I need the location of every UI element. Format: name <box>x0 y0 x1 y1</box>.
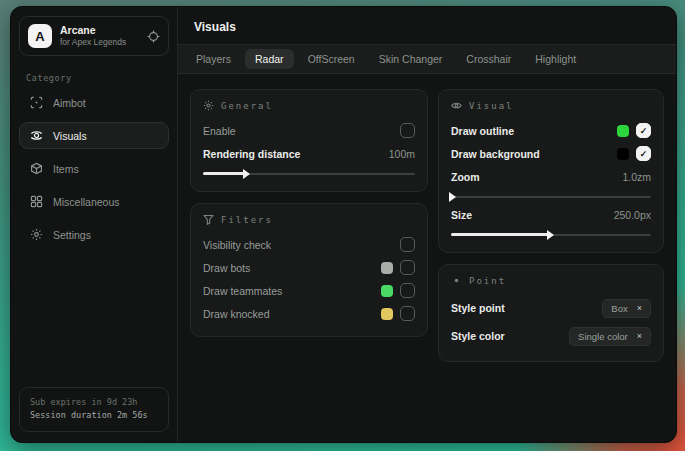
tab-skin-changer[interactable]: Skin Changer <box>369 49 453 69</box>
size-label: Size <box>451 209 472 221</box>
sub-expires-text: Sub expires in 9d 23h <box>30 396 158 410</box>
draw-knocked-row: Draw knocked <box>203 303 415 324</box>
draw-teammates-row: Draw teammates <box>203 280 415 301</box>
sidebar-item-items[interactable]: Items <box>19 155 169 182</box>
rendering-distance-value: 100m <box>389 148 415 160</box>
size-slider[interactable] <box>451 229 651 240</box>
sidebar-item-miscellaneous[interactable]: Miscellaneous <box>19 188 169 215</box>
app-header-card: A Arcane for Apex Legends <box>19 16 169 56</box>
draw-outline-checkbox[interactable] <box>636 123 651 138</box>
draw-bots-row: Draw bots <box>203 257 415 278</box>
sidebar-nav: Aimbot Visuals Items <box>19 89 169 248</box>
draw-knocked-checkbox[interactable] <box>400 306 415 321</box>
slider-thumb[interactable] <box>243 169 250 179</box>
tab-players[interactable]: Players <box>186 49 241 69</box>
panel-title: General <box>221 101 273 111</box>
slider-fill <box>203 172 245 175</box>
draw-outline-label: Draw outline <box>451 125 514 137</box>
app-window: A Arcane for Apex Legends Category <box>10 6 677 443</box>
eye-scan-icon <box>30 129 43 142</box>
visibility-check-checkbox[interactable] <box>400 237 415 252</box>
draw-teammates-checkbox[interactable] <box>400 283 415 298</box>
gear-icon <box>30 228 43 241</box>
draw-teammates-label: Draw teammates <box>203 285 282 297</box>
general-panel: General Enable Rendering distance 100m <box>190 89 428 192</box>
eye-icon <box>451 100 462 111</box>
main-area: Visuals Players Radar OffScreen Skin Cha… <box>178 7 677 442</box>
app-titles: Arcane for Apex Legends <box>60 24 139 48</box>
crosshair-icon <box>30 96 43 109</box>
style-color-value: Single color <box>578 331 628 342</box>
remove-icon[interactable]: × <box>637 331 642 341</box>
draw-background-checkbox[interactable] <box>636 146 651 161</box>
draw-teammates-color-swatch[interactable] <box>381 285 393 297</box>
style-color-row: Style color Single color × <box>451 323 651 349</box>
remove-icon[interactable]: × <box>637 303 642 313</box>
slider-track <box>451 196 651 198</box>
tab-crosshair[interactable]: Crosshair <box>456 49 521 69</box>
enable-checkbox[interactable] <box>400 123 415 138</box>
dot-icon <box>451 275 462 286</box>
draw-outline-row: Draw outline <box>451 120 651 141</box>
draw-background-color-swatch[interactable] <box>617 148 629 160</box>
sidebar: A Arcane for Apex Legends Category <box>11 7 178 442</box>
filters-panel-header: Filters <box>203 214 415 225</box>
zoom-value: 1.0zm <box>622 171 651 183</box>
right-column: Visual Draw outline Draw background <box>438 89 664 362</box>
draw-outline-color-swatch[interactable] <box>617 125 629 137</box>
category-label: Category <box>26 73 162 83</box>
rendering-distance-slider[interactable] <box>203 168 415 179</box>
draw-bots-checkbox[interactable] <box>400 260 415 275</box>
visibility-check-label: Visibility check <box>203 239 271 251</box>
draw-knocked-color-swatch[interactable] <box>381 308 393 320</box>
size-row: Size 250.0px <box>451 204 651 225</box>
slider-thumb[interactable] <box>547 230 554 240</box>
size-value: 250.0px <box>614 209 651 221</box>
sidebar-item-settings[interactable]: Settings <box>19 221 169 248</box>
session-duration-text: Session duration 2m 56s <box>30 409 158 423</box>
panel-title: Filters <box>221 215 273 225</box>
style-point-value: Box <box>611 303 627 314</box>
box-icon <box>30 162 43 175</box>
sidebar-item-visuals[interactable]: Visuals <box>19 122 169 149</box>
draw-background-row: Draw background <box>451 143 651 164</box>
style-point-row: Style point Box × <box>451 295 651 321</box>
gear-icon <box>203 100 214 111</box>
sidebar-item-label: Visuals <box>53 130 87 142</box>
zoom-slider[interactable] <box>451 191 651 202</box>
grid-icon <box>30 195 43 208</box>
sidebar-item-aimbot[interactable]: Aimbot <box>19 89 169 116</box>
sidebar-item-label: Miscellaneous <box>53 196 120 208</box>
tab-offscreen[interactable]: OffScreen <box>298 49 365 69</box>
session-info-card: Sub expires in 9d 23h Session duration 2… <box>19 387 169 432</box>
slider-thumb[interactable] <box>449 192 456 202</box>
app-logo: A <box>28 24 52 48</box>
visual-panel: Visual Draw outline Draw background <box>438 89 664 253</box>
app-subtitle: for Apex Legends <box>60 37 139 48</box>
page-title: Visuals <box>178 7 677 44</box>
target-icon[interactable] <box>147 30 160 43</box>
enable-label: Enable <box>203 125 236 137</box>
draw-bots-label: Draw bots <box>203 262 250 274</box>
enable-row: Enable <box>203 120 415 141</box>
rendering-distance-label: Rendering distance <box>203 148 300 160</box>
slider-fill <box>451 233 549 236</box>
content-area: General Enable Rendering distance 100m <box>178 74 677 362</box>
style-point-label: Style point <box>451 302 505 314</box>
style-point-select[interactable]: Box × <box>602 299 651 318</box>
point-panel: Point Style point Box × Style color Sing… <box>438 264 664 362</box>
draw-knocked-label: Draw knocked <box>203 308 270 320</box>
draw-bots-color-swatch[interactable] <box>381 262 393 274</box>
tab-highlight[interactable]: Highlight <box>525 49 586 69</box>
left-column: General Enable Rendering distance 100m <box>190 89 428 337</box>
rendering-distance-row: Rendering distance 100m <box>203 143 415 164</box>
sidebar-item-label: Settings <box>53 229 91 241</box>
tab-radar[interactable]: Radar <box>245 49 294 69</box>
sidebar-item-label: Aimbot <box>53 97 86 109</box>
general-panel-header: General <box>203 100 415 111</box>
point-panel-header: Point <box>451 275 651 286</box>
zoom-label: Zoom <box>451 171 480 183</box>
panel-title: Visual <box>469 101 514 111</box>
style-color-select[interactable]: Single color × <box>569 327 651 346</box>
panel-title: Point <box>469 276 506 286</box>
